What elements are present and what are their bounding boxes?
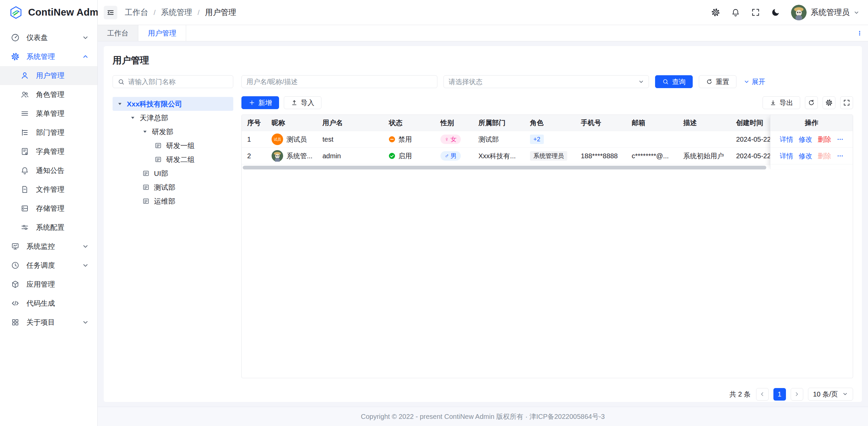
dept-search-input[interactable] bbox=[128, 78, 228, 86]
bell-icon bbox=[20, 166, 29, 175]
app-title: ContiNew Admin bbox=[28, 7, 107, 18]
dashboard-icon bbox=[11, 33, 20, 42]
refresh-icon bbox=[808, 99, 815, 106]
detail-link[interactable]: 详情 bbox=[780, 151, 793, 161]
sidebar-item-code-generation[interactable]: 代码生成 bbox=[0, 294, 97, 313]
edit-link[interactable]: 修改 bbox=[799, 135, 812, 144]
add-user-button[interactable]: 新增 bbox=[241, 96, 279, 109]
edit-link[interactable]: 修改 bbox=[799, 151, 812, 161]
sidebar-item-dept-management[interactable]: 部门管理 bbox=[0, 123, 97, 142]
page-number-current[interactable]: 1 bbox=[773, 388, 786, 401]
horizontal-scrollbar[interactable] bbox=[243, 166, 766, 169]
cell-gender: ♀女 bbox=[435, 135, 473, 144]
sidebar-item-dict-management[interactable]: 字典管理 bbox=[0, 142, 97, 161]
import-button[interactable]: 导入 bbox=[284, 96, 321, 109]
table-settings-button[interactable] bbox=[823, 96, 835, 109]
sidebar-item-role-management[interactable]: 角色管理 bbox=[0, 85, 97, 104]
sidebar-item-about-project[interactable]: 关于项目 bbox=[0, 313, 97, 332]
caret-down-icon[interactable] bbox=[130, 115, 135, 120]
role-count-badge[interactable]: +2 bbox=[530, 135, 544, 144]
tree-node-rd-dept[interactable]: 研发部 bbox=[113, 125, 233, 139]
export-button[interactable]: 导出 bbox=[763, 96, 800, 109]
plus-icon bbox=[249, 99, 255, 106]
status-text: 禁用 bbox=[398, 135, 412, 144]
collapse-sidebar-button[interactable] bbox=[104, 6, 117, 19]
tree-node-label: 研发部 bbox=[152, 127, 173, 137]
tabs-more-icon[interactable] bbox=[856, 25, 868, 41]
sidebar-item-label: 代码生成 bbox=[26, 299, 88, 308]
sidebar-item-file-management[interactable]: 文件管理 bbox=[0, 180, 97, 199]
sliders-icon bbox=[20, 223, 29, 232]
sidebar-item-menu-management[interactable]: 菜单管理 bbox=[0, 104, 97, 123]
sidebar-item-notice[interactable]: 通知公告 bbox=[0, 161, 97, 180]
status-select[interactable]: 请选择状态 bbox=[443, 75, 649, 88]
tree-node-label: 天津总部 bbox=[140, 113, 168, 123]
caret-down-icon[interactable] bbox=[117, 101, 122, 106]
org-node-icon bbox=[155, 142, 162, 149]
prev-page-button[interactable] bbox=[756, 388, 769, 401]
tree-node-test-dept[interactable]: 测试部 bbox=[113, 180, 233, 194]
page-size-select[interactable]: 10 条/页 bbox=[808, 388, 853, 401]
tab-label: 用户管理 bbox=[148, 28, 176, 38]
tree-node-ops-dept[interactable]: 运维部 bbox=[113, 194, 233, 208]
expand-link-label: 展开 bbox=[752, 77, 765, 86]
sidebar-item-storage-management[interactable]: 存储管理 bbox=[0, 199, 97, 218]
tree-node-label: Xxx科技有限公司 bbox=[127, 99, 182, 109]
department-panel: Xxx科技有限公司 天津总部 研发部 bbox=[113, 75, 233, 401]
caret-down-icon[interactable] bbox=[142, 129, 147, 134]
refresh-table-button[interactable] bbox=[805, 96, 818, 109]
settings-gear-icon[interactable] bbox=[711, 8, 720, 17]
column-header: 描述 bbox=[678, 118, 731, 127]
grid-icon bbox=[11, 318, 20, 327]
next-page-button[interactable] bbox=[791, 388, 803, 401]
table-fullscreen-button[interactable] bbox=[840, 96, 853, 109]
sidebar-item-app-management[interactable]: 应用管理 bbox=[0, 275, 97, 294]
more-actions-icon[interactable] bbox=[837, 153, 844, 159]
cell-username: admin bbox=[317, 152, 383, 160]
code-icon bbox=[11, 299, 20, 308]
reset-button[interactable]: 重置 bbox=[699, 75, 736, 88]
sidebar-item-user-management[interactable]: 用户管理 bbox=[0, 66, 97, 85]
sidebar-item-label: 部门管理 bbox=[36, 128, 88, 137]
sidebar-item-system-monitor[interactable]: 系统监控 bbox=[0, 237, 97, 256]
keyword-input[interactable] bbox=[246, 78, 432, 86]
detail-link[interactable]: 详情 bbox=[780, 135, 793, 144]
cell-email: c********@... bbox=[626, 152, 678, 160]
cell-index: 1 bbox=[242, 136, 266, 143]
tab-user-management[interactable]: 用户管理 bbox=[138, 25, 186, 41]
column-header: 所属部门 bbox=[473, 118, 525, 127]
column-header: 角色 bbox=[525, 118, 575, 127]
tree-node-tianjin-hq[interactable]: 天津总部 bbox=[113, 111, 233, 125]
sidebar-item-task-schedule[interactable]: 任务调度 bbox=[0, 256, 97, 275]
tab-workbench[interactable]: 工作台 bbox=[98, 25, 138, 41]
fullscreen-icon[interactable] bbox=[751, 8, 760, 17]
filter-row: 请选择状态 查询 重置 bbox=[241, 75, 853, 88]
search-button[interactable]: 查询 bbox=[655, 75, 693, 88]
tree-node-rd-group1[interactable]: 研发一组 bbox=[113, 139, 233, 153]
breadcrumb-item[interactable]: 工作台 bbox=[125, 7, 148, 18]
chevron-down-icon bbox=[82, 243, 88, 249]
gear-icon bbox=[11, 52, 20, 61]
tree-node-rd-group2[interactable]: 研发二组 bbox=[113, 153, 233, 166]
chevron-down-icon bbox=[638, 79, 644, 84]
sidebar-item-system-config[interactable]: 系统配置 bbox=[0, 218, 97, 237]
logo-hexagon-icon bbox=[9, 5, 23, 20]
sidebar-item-dashboard[interactable]: 仪表盘 bbox=[0, 28, 97, 47]
breadcrumb-item[interactable]: 系统管理 bbox=[161, 7, 192, 18]
more-actions-icon[interactable] bbox=[837, 136, 844, 143]
sidebar-item-label: 角色管理 bbox=[36, 90, 88, 99]
role-badge: 系统管理员 bbox=[530, 151, 567, 161]
user-name: 系统管理员 bbox=[811, 7, 850, 18]
user-menu[interactable]: 系统管理员 bbox=[791, 5, 859, 20]
gender-text: 女 bbox=[451, 135, 457, 143]
sidebar-item-system-management[interactable]: 系统管理 bbox=[0, 47, 97, 66]
total-count: 共 2 条 bbox=[729, 390, 750, 399]
sidebar-item-label: 任务调度 bbox=[26, 261, 76, 270]
app-logo[interactable]: ContiNew Admin bbox=[0, 0, 97, 25]
expand-filters-link[interactable]: 展开 bbox=[744, 77, 765, 86]
dark-mode-moon-icon[interactable] bbox=[771, 8, 780, 17]
tree-node-ui-dept[interactable]: UI部 bbox=[113, 166, 233, 180]
notifications-bell-icon[interactable] bbox=[731, 8, 740, 17]
tree-node-company[interactable]: Xxx科技有限公司 bbox=[113, 97, 233, 111]
delete-link[interactable]: 删除 bbox=[818, 135, 831, 144]
